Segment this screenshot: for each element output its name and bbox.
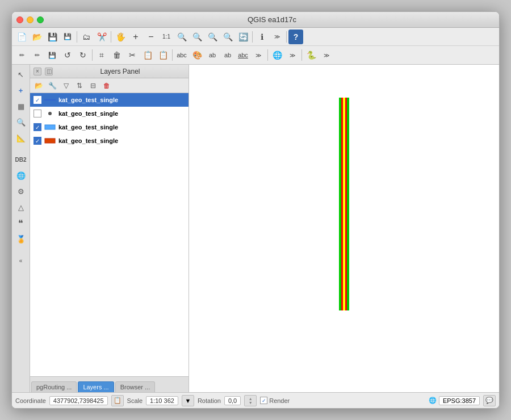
python-button[interactable]: 🐍: [304, 48, 319, 62]
render-checkbox[interactable]: ✓: [260, 397, 267, 404]
layer-symbol-4: [44, 138, 56, 144]
main-area: ↖ + ▦ 🔍 📐 DB2 🌐 ⚙ △ ❝ 🏅 « × ◫ Layers Pan…: [12, 65, 499, 392]
label4-button[interactable]: abc: [236, 48, 250, 62]
sidebar-grid-icon[interactable]: ▦: [14, 99, 28, 114]
traffic-lights: [16, 16, 44, 23]
identify-button[interactable]: ℹ: [254, 30, 269, 44]
open-project-button[interactable]: 📂: [30, 30, 44, 44]
save-as-button[interactable]: 💾: [60, 30, 75, 44]
print-button[interactable]: 🗂: [79, 30, 94, 44]
minimize-button[interactable]: [27, 16, 33, 23]
more-label-tools[interactable]: ≫: [251, 48, 266, 62]
pan-button[interactable]: 🖐: [113, 30, 128, 44]
coordinate-label: Coordinate: [15, 397, 46, 404]
left-sidebar: ↖ + ▦ 🔍 📐 DB2 🌐 ⚙ △ ❝ 🏅 «: [12, 65, 30, 392]
sidebar-comma-icon[interactable]: ❝: [14, 216, 28, 230]
digitize-button[interactable]: ✏: [14, 48, 29, 62]
zoom-last-button[interactable]: 🔍: [220, 30, 235, 44]
zoom-native-button[interactable]: 1:1: [159, 30, 174, 44]
close-button[interactable]: [16, 16, 23, 23]
node-tool-button[interactable]: ⌗: [94, 48, 109, 62]
svg-point-1: [48, 112, 52, 115]
render-control: ✓ Render: [260, 397, 290, 404]
cut-button[interactable]: ✂️: [94, 30, 109, 44]
sidebar-identify-icon[interactable]: 🔍: [14, 115, 28, 129]
delete-selected-button[interactable]: 🗑: [110, 48, 124, 62]
panel-toolbar: 📂 🔧 ▽ ⇅ ⊟ 🗑: [30, 78, 189, 93]
panel-open-layer-button[interactable]: 📂: [32, 80, 45, 91]
render-label: Render: [269, 397, 290, 404]
sidebar-vector-icon[interactable]: △: [14, 200, 28, 215]
save-edits-button[interactable]: 💾: [45, 48, 60, 62]
save-project-button[interactable]: 💾: [45, 30, 60, 44]
help-button[interactable]: ?: [288, 30, 303, 44]
label-button[interactable]: abc: [174, 48, 189, 62]
sidebar-db2-icon[interactable]: DB2: [14, 152, 28, 167]
zoom-layer-button[interactable]: 🔍: [174, 30, 189, 44]
layer-item-2[interactable]: kat_geo_test_single: [30, 107, 189, 120]
paste-features-button[interactable]: 📋: [156, 48, 170, 62]
color-button[interactable]: 🎨: [190, 48, 204, 62]
sidebar-select-icon[interactable]: ↖: [14, 67, 28, 82]
panel-remove-layer-button[interactable]: 🗑: [100, 80, 113, 91]
rotation-stepper[interactable]: ▲ ▼: [244, 395, 257, 406]
panel-collapse-all-button[interactable]: ⊟: [87, 80, 99, 91]
layer-item-1[interactable]: ✓ kat_geo_test_single: [30, 93, 189, 107]
separator-3: [252, 31, 253, 43]
panel-add-group-button[interactable]: 🔧: [46, 80, 58, 91]
rotation-value: 0,0: [224, 396, 241, 405]
layer-checkbox-4[interactable]: ✓: [33, 137, 41, 145]
undo-button[interactable]: ↺: [60, 48, 75, 62]
sidebar-globe-icon[interactable]: 🌐: [14, 168, 28, 183]
sidebar-badge-icon[interactable]: 🏅: [14, 232, 28, 246]
sidebar-add-layer-icon[interactable]: +: [14, 83, 28, 98]
coordinate-copy-button[interactable]: 📋: [111, 395, 124, 406]
new-project-button[interactable]: 📄: [14, 30, 29, 44]
panel-close-button[interactable]: ×: [33, 68, 41, 75]
copy-features-button[interactable]: 📋: [140, 48, 155, 62]
sidebar-network-icon[interactable]: ⚙: [14, 184, 28, 199]
label3-button[interactable]: ab: [220, 48, 235, 62]
window-title: QGIS ea1d17c: [49, 15, 495, 24]
map-canvas[interactable]: [189, 65, 499, 392]
message-button[interactable]: 💬: [483, 395, 496, 406]
edit-button[interactable]: ✏: [30, 48, 44, 62]
panel-tabs: pgRouting ... Layers ... Browser ...: [30, 376, 189, 392]
sidebar-collapse-icon[interactable]: «: [14, 253, 28, 268]
qgis-window: QGIS ea1d17c 📄 📂 💾 💾 🗂 ✂️ 🖐 + − 1:1 🔍 🔍 …: [11, 11, 500, 409]
zoom-out-button[interactable]: −: [144, 30, 158, 44]
crs-value[interactable]: EPSG:3857: [439, 396, 480, 405]
zoom-extent-button[interactable]: 🔍: [205, 30, 220, 44]
zoom-selected-button[interactable]: 🔍: [190, 30, 204, 44]
tab-pgrouting[interactable]: pgRouting ...: [31, 381, 77, 392]
tab-browser[interactable]: Browser ...: [115, 381, 156, 392]
toolbar-area: 📄 📂 💾 💾 🗂 ✂️ 🖐 + − 1:1 🔍 🔍 🔍 🔍 🔄 ℹ ≫ ? ✏: [12, 28, 499, 65]
layer-checkbox-3[interactable]: ✓: [33, 123, 41, 131]
layer-item-3[interactable]: ✓ kat_geo_test_single: [30, 120, 189, 134]
rotation-arrows: ▲ ▼: [249, 397, 253, 405]
layer-checkbox-1[interactable]: ✓: [33, 96, 41, 104]
more-geo-tools[interactable]: ≫: [285, 48, 300, 62]
zoom-in-button[interactable]: +: [128, 30, 143, 44]
layer-checkbox-2[interactable]: [33, 110, 41, 117]
panel-expand-all-button[interactable]: ⇅: [73, 80, 86, 91]
globe-button[interactable]: 🌐: [270, 48, 284, 62]
rotation-label: Rotation: [198, 397, 221, 404]
layer-item-4[interactable]: ✓ kat_geo_test_single: [30, 134, 189, 148]
scale-dropdown-button[interactable]: ▼: [182, 395, 194, 406]
panel-title: Layers Panel: [55, 68, 185, 75]
statusbar: Coordinate 4377902,7398425 📋 Scale 1:10 …: [12, 392, 499, 408]
label2-button[interactable]: ab: [205, 48, 220, 62]
maximize-button[interactable]: [37, 16, 44, 23]
more-tools-button[interactable]: ≫: [270, 30, 284, 44]
layer-name-2: kat_geo_test_single: [58, 110, 118, 117]
panel-undock-button[interactable]: ◫: [45, 68, 53, 75]
cut-features-button[interactable]: ✂: [125, 48, 140, 62]
more-python-tools[interactable]: ≫: [319, 48, 334, 62]
redo-button[interactable]: ↻: [76, 48, 90, 62]
refresh-button[interactable]: 🔄: [236, 30, 250, 44]
tab-layers[interactable]: Layers ...: [78, 381, 114, 392]
layer-name-4: kat_geo_test_single: [58, 137, 118, 144]
sidebar-measure-icon[interactable]: 📐: [14, 131, 28, 145]
panel-filter-button[interactable]: ▽: [60, 80, 72, 91]
